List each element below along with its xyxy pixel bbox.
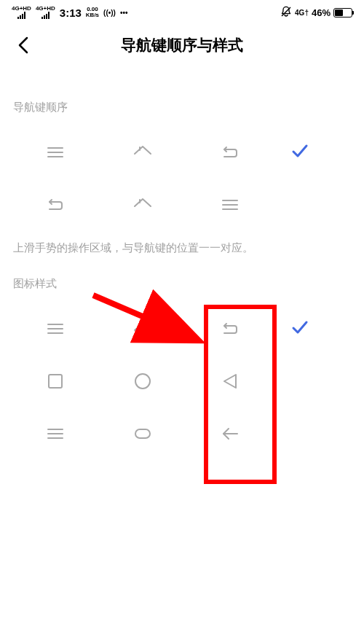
menu-icon (45, 424, 66, 444)
dnd-icon (280, 6, 292, 20)
back-icon (45, 195, 66, 215)
style-option-2[interactable] (0, 355, 364, 407)
pill-icon (132, 424, 153, 444)
check-icon (290, 317, 310, 340)
more-icon: ••• (120, 9, 128, 17)
svg-point-10 (135, 374, 150, 389)
status-left: 4G+HD 4G+HD 3:13 0.00 KB/s ((•)) ••• (12, 6, 127, 19)
menu-icon (220, 195, 240, 215)
circle-icon (132, 371, 153, 391)
signal-label-2: 4G+HD (36, 6, 55, 12)
style-option-1[interactable] (0, 303, 364, 355)
page-title: 导航键顺序与样式 (121, 35, 243, 55)
triangle-left-icon (220, 371, 240, 391)
data-rate: 0.00 KB/s (86, 7, 99, 18)
signal-bars-1 (17, 12, 25, 19)
signal-2: 4G+HD (36, 6, 55, 19)
style-option-3[interactable] (0, 407, 364, 460)
home-icon (132, 319, 153, 339)
battery-percent: 46% (312, 7, 331, 18)
header: 导航键顺序与样式 (0, 25, 364, 66)
svg-rect-9 (49, 375, 62, 388)
arrow-left-icon (220, 424, 240, 444)
status-right: 4G† 46% (280, 6, 352, 20)
data-rate-bottom: KB/s (86, 12, 99, 18)
check-icon (290, 141, 310, 164)
battery-icon (333, 8, 352, 17)
back-icon (220, 142, 240, 163)
network-right-label: 4G† (295, 9, 309, 17)
signal-1: 4G+HD (12, 6, 31, 19)
order-option-2[interactable] (0, 179, 364, 231)
hotspot-icon: ((•)) (103, 9, 116, 17)
home-icon (132, 195, 153, 215)
order-option-1[interactable] (0, 126, 364, 179)
back-button[interactable] (13, 35, 33, 55)
chevron-left-icon (17, 35, 30, 55)
menu-icon (45, 142, 66, 163)
status-time: 3:13 (60, 7, 82, 19)
signal-label-1: 4G+HD (12, 6, 31, 12)
battery-fill (335, 9, 343, 16)
back-icon (220, 319, 240, 339)
status-bar: 4G+HD 4G+HD 3:13 0.00 KB/s ((•)) ••• 4G†… (0, 0, 364, 25)
svg-rect-14 (135, 429, 150, 438)
home-icon (132, 142, 153, 163)
section-style-title: 图标样式 (0, 277, 364, 303)
square-icon (45, 371, 66, 391)
section-order-title: 导航键顺序 (0, 101, 364, 126)
menu-icon (45, 319, 66, 339)
order-caption: 上滑手势的操作区域，与导航键的位置一一对应。 (0, 231, 364, 277)
signal-bars-2 (41, 12, 50, 19)
